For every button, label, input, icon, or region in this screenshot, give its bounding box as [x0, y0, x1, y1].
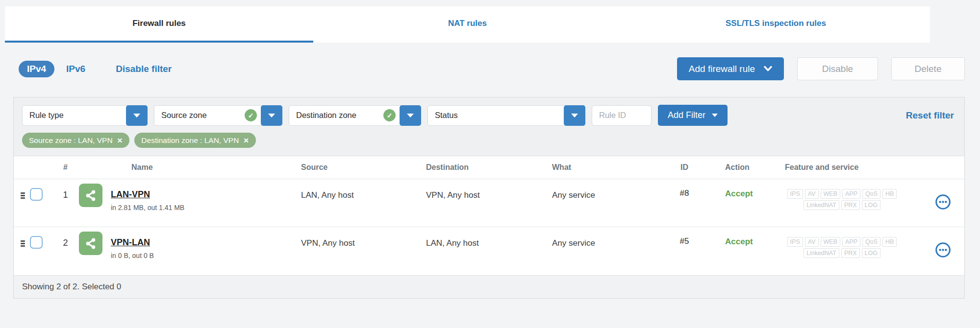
- feature-badge: QoS: [862, 189, 880, 199]
- tab-ssl-tls-inspection-rules[interactable]: SSL/TLS inspection rules: [622, 6, 930, 43]
- rule-number: 1: [52, 189, 79, 201]
- rule-name-link[interactable]: VPN-LAN: [111, 236, 150, 249]
- row-checkbox[interactable]: [30, 188, 43, 201]
- header-source: Source: [301, 156, 426, 179]
- feature-badge: IPS: [787, 189, 803, 199]
- ipv4-toggle[interactable]: IPv4: [19, 61, 54, 77]
- feature-badge: LOG: [862, 200, 880, 210]
- add-filter-button[interactable]: Add Filter: [658, 105, 728, 126]
- filter-chip[interactable]: Source zone : LAN, VPN ✕: [22, 133, 129, 148]
- rule-action-status: Accept: [702, 237, 763, 247]
- row-checkbox[interactable]: [30, 236, 43, 249]
- row-menu-ellipsis-icon[interactable]: [935, 194, 951, 210]
- firewall-rules-panel: Rule type Source zone ✓ Destination zone…: [13, 97, 965, 299]
- filter-dropdown[interactable]: Destination zone ✓: [289, 105, 421, 126]
- feature-badge: AV: [805, 189, 819, 199]
- dropdown-arrow-button[interactable]: [400, 105, 421, 126]
- rule-source: LAN, Any host: [301, 189, 426, 201]
- filter-applied-check-icon: ✓: [383, 109, 396, 121]
- rule-action-status: Accept: [702, 189, 763, 199]
- header-destination: Destination: [426, 156, 552, 179]
- delete-button[interactable]: Delete: [891, 57, 965, 80]
- rule-name-link[interactable]: LAN-VPN: [111, 188, 150, 201]
- dropdown-arrow-button[interactable]: [126, 105, 148, 126]
- rule-id-input[interactable]: [592, 105, 652, 126]
- header-number: #: [52, 156, 79, 179]
- filter-dropdown[interactable]: Rule type: [22, 105, 148, 126]
- filter-chip-label: Destination zone : LAN, VPN: [141, 136, 239, 145]
- rule-traffic-stats: in 2.81 MB, out 1.41 MB: [111, 204, 301, 211]
- dropdown-arrow-button[interactable]: [564, 105, 585, 126]
- tab-firewall-rules[interactable]: Firewall rules: [5, 6, 313, 43]
- active-filter-chips: Source zone : LAN, VPN ✕ Destination zon…: [22, 133, 956, 148]
- toolbar: IPv4 IPv6 Disable filter Add firewall ru…: [13, 57, 965, 80]
- filter-area: Rule type Source zone ✓ Destination zone…: [14, 97, 964, 156]
- row-menu-ellipsis-icon[interactable]: [935, 242, 951, 258]
- feature-badge: LinkedNAT: [804, 200, 839, 210]
- header-checkbox-spacer: [30, 156, 52, 179]
- filter-dropdown[interactable]: Source zone ✓: [154, 105, 282, 126]
- header-id: ID: [667, 156, 702, 179]
- rule-id: #5: [667, 236, 702, 246]
- triangle-down-icon: [268, 114, 275, 117]
- feature-badge: LinkedNAT: [804, 248, 839, 258]
- toolbar-actions: Add firewall rule Disable Delete: [677, 57, 965, 80]
- header-feature-and-service: Feature and service: [763, 156, 921, 179]
- filter-bar: Rule type Source zone ✓ Destination zone…: [22, 105, 956, 126]
- triangle-down-icon: [712, 114, 718, 117]
- add-firewall-rule-button[interactable]: Add firewall rule: [677, 57, 784, 80]
- rules-tab-bar: Firewall rules NAT rules SSL/TLS inspect…: [5, 6, 930, 43]
- triangle-down-icon: [133, 114, 140, 117]
- feature-badge: QoS: [862, 237, 880, 247]
- feature-badge: WEB: [821, 237, 840, 247]
- rule-number: 2: [52, 237, 79, 249]
- table-body: 1 LAN-VPN in 2.81 MB, out 1.41 MB LAN, A…: [14, 179, 964, 275]
- rule-what: Any service: [552, 189, 667, 201]
- feature-badge: APP: [842, 237, 860, 247]
- disable-button[interactable]: Disable: [797, 57, 878, 80]
- header-menu-spacer: [921, 156, 964, 179]
- triangle-down-icon: [407, 114, 414, 117]
- tab-nat-rules[interactable]: NAT rules: [313, 6, 622, 43]
- header-name: Name: [111, 156, 301, 179]
- filter-dropdown[interactable]: Status: [427, 105, 585, 126]
- feature-badge-line-1: IPSAVWEBAPPQoSHB: [763, 189, 921, 199]
- drag-handle-icon[interactable]: [21, 192, 30, 199]
- rule-id: #8: [667, 188, 702, 198]
- feature-badge: PRX: [841, 248, 860, 258]
- feature-badge: AV: [805, 237, 819, 247]
- feature-badge: PRX: [841, 200, 860, 210]
- filter-dropdown-label: Destination zone: [289, 111, 383, 120]
- feature-badges: IPSAVWEBAPPQoSHB LinkedNATPRXLOG: [763, 189, 921, 210]
- chip-remove-icon[interactable]: ✕: [243, 137, 249, 144]
- reset-filter-link[interactable]: Reset filter: [906, 110, 956, 121]
- filter-dropdown-label: Status: [428, 111, 564, 120]
- triangle-down-icon: [571, 114, 578, 117]
- table-row: 1 LAN-VPN in 2.81 MB, out 1.41 MB LAN, A…: [14, 179, 964, 227]
- drag-handle-icon[interactable]: [21, 240, 30, 247]
- ipv6-toggle[interactable]: IPv6: [66, 64, 85, 74]
- feature-badges: IPSAVWEBAPPQoSHB LinkedNATPRXLOG: [763, 237, 921, 258]
- rule-type-share-icon: [79, 232, 102, 255]
- rule-destination: LAN, Any host: [426, 237, 552, 249]
- rule-type-share-icon: [79, 184, 102, 207]
- add-filter-label: Add Filter: [668, 110, 705, 120]
- feature-badge: WEB: [821, 189, 840, 199]
- chip-remove-icon[interactable]: ✕: [117, 137, 123, 144]
- feature-badge: LOG: [862, 248, 880, 258]
- dropdown-arrow-button[interactable]: [261, 105, 282, 126]
- table-header: # Name Source Destination What ID Action…: [14, 156, 964, 179]
- firewall-rules-page: { "tabs": [ { "label": "Firewall rules",…: [0, 0, 980, 328]
- rule-what: Any service: [552, 237, 667, 249]
- feature-badge-line-2: LinkedNATPRXLOG: [763, 200, 921, 210]
- header-icon-spacer: [79, 156, 111, 179]
- table-footer: Showing 2 of 2. Selected 0: [14, 275, 964, 298]
- chevron-down-icon: [764, 66, 772, 72]
- feature-badge-line-1: IPSAVWEBAPPQoSHB: [763, 237, 921, 247]
- rule-source: VPN, Any host: [301, 237, 426, 249]
- filter-chip[interactable]: Destination zone : LAN, VPN ✕: [134, 133, 256, 148]
- header-drag-spacer: [14, 156, 30, 179]
- header-what: What: [552, 156, 667, 179]
- feature-badge-line-2: LinkedNATPRXLOG: [763, 248, 921, 258]
- disable-filter-link[interactable]: Disable filter: [116, 64, 172, 74]
